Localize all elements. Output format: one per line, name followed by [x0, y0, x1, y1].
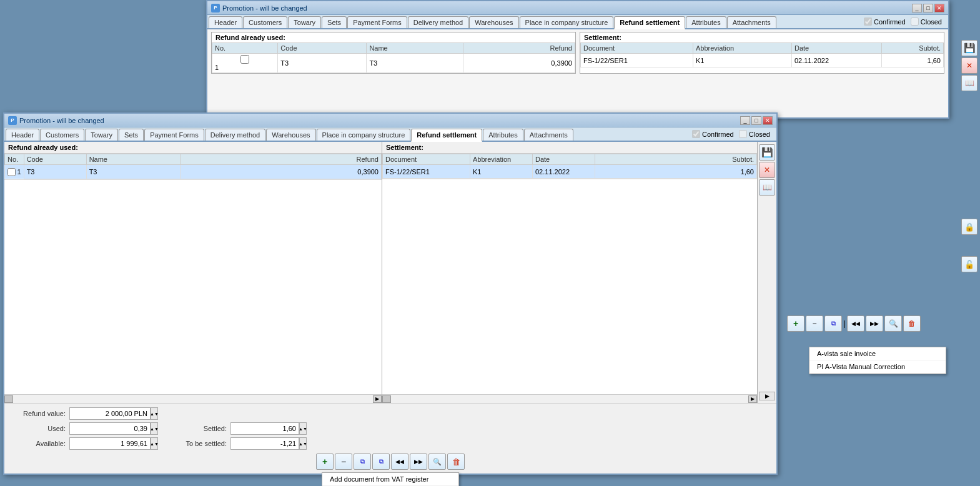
- right-dropdown-item-2[interactable]: PI A-Vista Manual Correction: [809, 360, 946, 374]
- fg-refund-empty-area: [4, 179, 382, 395]
- right-separator: |: [843, 315, 846, 332]
- fg-refund-value-input[interactable]: [69, 407, 151, 420]
- fg-refund-value-wrapper: ▲▼: [69, 407, 158, 420]
- fg-settlement-scroll-right[interactable]: ▶: [748, 395, 757, 403]
- fg-used-spinner[interactable]: ▲▼: [151, 422, 158, 435]
- fg-dialog-content: Header Customers Towary Sets Payment For…: [4, 127, 776, 474]
- fg-used-input[interactable]: [69, 422, 151, 435]
- far-right-lock2-btn[interactable]: 🔓: [961, 256, 978, 272]
- fg-save-btn[interactable]: 💾: [759, 144, 775, 161]
- fg-to-be-settled-input[interactable]: [230, 437, 299, 450]
- right-trash-btn[interactable]: 🗑: [903, 315, 921, 332]
- right-add-btn[interactable]: +: [787, 315, 804, 332]
- fg-title-text: P Promotion - will be changed: [8, 116, 104, 125]
- fg-confirmed-label: Confirmed: [692, 130, 734, 138]
- fg-right-fields: Settled: ▲▼ To be settled: ▲▼: [177, 422, 307, 450]
- bg-tab-attributes[interactable]: Attributes: [686, 16, 726, 28]
- fg-nav-next-btn[interactable]: ▶▶: [410, 454, 427, 470]
- fg-tab-warehouses[interactable]: Warehouses: [266, 129, 315, 141]
- fg-refund-value-spinner[interactable]: ▲▼: [151, 407, 158, 420]
- far-right-cancel-btn[interactable]: ✕: [961, 57, 978, 74]
- fg-to-be-settled-spinner[interactable]: ▲▼: [299, 437, 307, 450]
- fg-tab-header[interactable]: Header: [6, 129, 39, 141]
- bg-minimize-btn[interactable]: _: [912, 4, 922, 12]
- fg-tab-attachments[interactable]: Attachments: [524, 129, 573, 141]
- bg-restore-btn[interactable]: □: [923, 4, 933, 12]
- fg-minimize-btn[interactable]: _: [740, 116, 750, 125]
- fg-refund-scroll-right[interactable]: ▶: [373, 395, 382, 403]
- far-right-book-btn[interactable]: 📖: [961, 75, 978, 91]
- fg-refund-col-name: Name: [86, 154, 180, 165]
- fg-available-input[interactable]: [69, 437, 151, 450]
- bg-status-area: Confirmed Closed: [859, 17, 947, 27]
- fg-settle-row1-doc: FS-1/22/SER1: [383, 165, 470, 179]
- bg-tab-customers[interactable]: Customers: [243, 16, 287, 28]
- fg-book-btn[interactable]: 📖: [759, 179, 775, 196]
- fg-tab-sets[interactable]: Sets: [119, 129, 144, 141]
- fg-dash-btn[interactable]: −: [335, 454, 352, 470]
- bg-tab-header[interactable]: Header: [209, 16, 242, 28]
- fg-refund-scroll-thumb[interactable]: [4, 395, 13, 403]
- bg-tab-refund[interactable]: Refund settlement: [614, 16, 685, 29]
- far-right-save-btn[interactable]: 💾: [961, 40, 978, 56]
- bg-confirmed-checkbox[interactable]: [864, 17, 872, 26]
- fg-right-scroll-btn[interactable]: ▶: [759, 392, 775, 400]
- bg-refund-table: No. Code Name Refund 1 T3 T3 0,: [212, 42, 575, 73]
- right-nav-next-btn[interactable]: ▶▶: [866, 315, 883, 332]
- fg-settlement-hscroll[interactable]: ▶: [382, 394, 757, 403]
- bg-closed-checkbox[interactable]: [911, 17, 919, 26]
- right-copy-btn[interactable]: ⧉: [824, 315, 842, 332]
- fg-refund-hscroll[interactable]: ▶: [4, 394, 382, 403]
- fg-paste-btn[interactable]: ⧉: [372, 454, 390, 470]
- right-dash-btn[interactable]: −: [806, 315, 823, 332]
- fg-settle-row1-date: 02.11.2022: [533, 165, 595, 179]
- fg-tab-place[interactable]: Place in company structure: [317, 129, 411, 141]
- fg-close-btn[interactable]: ✕: [763, 116, 773, 125]
- fg-restore-btn[interactable]: □: [751, 116, 761, 125]
- fg-tabs: Header Customers Towary Sets Payment For…: [6, 129, 687, 141]
- fg-tab-delivery[interactable]: Delivery method: [205, 129, 265, 141]
- bg-close-btn[interactable]: ✕: [934, 4, 944, 12]
- bg-tab-warehouses[interactable]: Warehouses: [469, 16, 518, 28]
- fg-bottom-area: Refund value: ▲▼ Used: ▲▼: [4, 403, 776, 474]
- fg-tab-towary[interactable]: Towary: [85, 129, 118, 141]
- bg-tab-payment[interactable]: Payment Forms: [347, 16, 407, 28]
- fg-tab-payment[interactable]: Payment Forms: [144, 129, 204, 141]
- fg-tab-attributes[interactable]: Attributes: [483, 129, 523, 141]
- fg-closed-checkbox[interactable]: [739, 130, 747, 138]
- bg-tab-attachments[interactable]: Attachments: [727, 16, 776, 28]
- bg-refund-col-no: No.: [212, 43, 278, 54]
- right-search-btn[interactable]: 🔍: [884, 315, 902, 332]
- bg-refund-col-refund: Refund: [463, 43, 575, 54]
- fg-tab-refund[interactable]: Refund settlement: [411, 129, 482, 142]
- fg-settled-row: Settled: ▲▼: [177, 422, 307, 435]
- bg-row1-check[interactable]: [240, 55, 249, 64]
- fg-trash-btn[interactable]: 🗑: [447, 454, 465, 470]
- fg-cancel-btn[interactable]: ✕: [759, 162, 775, 178]
- fg-search-btn[interactable]: 🔍: [428, 454, 446, 470]
- far-right-lock-btn[interactable]: 🔒: [961, 219, 978, 235]
- bg-title-label: Promotion - will be changed: [222, 4, 307, 12]
- fg-copy-btn[interactable]: ⧉: [354, 454, 371, 470]
- bg-tab-sets[interactable]: Sets: [322, 16, 347, 28]
- fg-dropdown-item-1[interactable]: Add document from VAT register: [322, 473, 458, 486]
- fg-scroll-end-btn: ▶: [759, 392, 775, 400]
- fg-settle-row1-abbr: K1: [470, 165, 533, 179]
- fg-refund-row1-name: T3: [86, 165, 180, 179]
- fg-settled-spinner[interactable]: ▲▼: [299, 422, 307, 435]
- fg-refund-section-label: Refund already used:: [4, 142, 382, 154]
- foreground-dialog: P Promotion - will be changed _ □ ✕ Head…: [3, 112, 778, 475]
- fg-refund-row1-check[interactable]: [7, 168, 16, 176]
- right-nav-prev-btn[interactable]: ◀◀: [847, 315, 864, 332]
- bg-tab-place[interactable]: Place in company structure: [520, 16, 614, 28]
- fg-confirmed-checkbox[interactable]: [692, 130, 700, 138]
- fg-add-btn[interactable]: +: [316, 454, 334, 470]
- fg-nav-prev-btn[interactable]: ◀◀: [391, 454, 408, 470]
- fg-settled-input[interactable]: [230, 422, 299, 435]
- bg-tab-delivery[interactable]: Delivery method: [408, 16, 468, 28]
- fg-tab-customers[interactable]: Customers: [40, 129, 84, 141]
- fg-settlement-scroll-thumb[interactable]: [382, 395, 391, 403]
- bg-tab-towary[interactable]: Towary: [288, 16, 321, 28]
- right-dropdown-item-1[interactable]: A-vista sale invoice: [809, 347, 946, 360]
- fg-available-spinner[interactable]: ▲▼: [151, 437, 158, 450]
